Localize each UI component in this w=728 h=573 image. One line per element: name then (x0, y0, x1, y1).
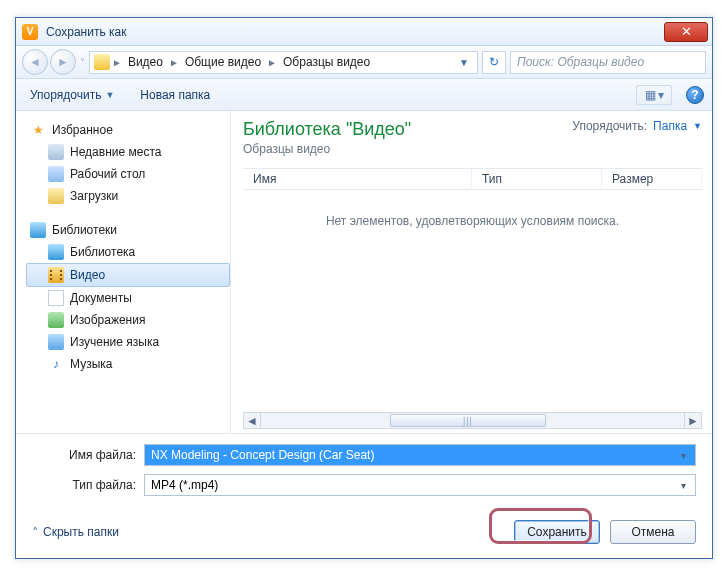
svg-rect-2 (50, 274, 52, 276)
svg-rect-4 (60, 270, 62, 272)
hide-folders-label: Скрыть папки (43, 525, 119, 539)
tree-item-documents[interactable]: Документы (26, 287, 230, 309)
chevron-down-icon: ▾ (658, 88, 664, 102)
help-icon: ? (691, 88, 698, 102)
back-button[interactable]: ◄ (22, 49, 48, 75)
column-header-type[interactable]: Тип (472, 169, 602, 189)
close-icon: ✕ (681, 25, 692, 38)
scrollbar-thumb[interactable]: ||| (390, 414, 545, 427)
help-button[interactable]: ? (686, 86, 704, 104)
horizontal-scrollbar[interactable]: ◄ ||| ► (243, 412, 702, 429)
chevron-right-icon: ► (112, 57, 122, 68)
file-form: Имя файла: NX Modeling - Concept Design … (16, 433, 712, 510)
chevron-up-icon: ˄ (32, 525, 39, 540)
filetype-value: MP4 (*.mp4) (149, 478, 675, 492)
window-title: Сохранить как (46, 25, 126, 39)
forward-button[interactable]: ► (50, 49, 76, 75)
downloads-icon (48, 188, 64, 204)
libraries-label: Библиотеки (52, 223, 117, 237)
favorites-label: Избранное (52, 123, 113, 137)
breadcrumb-segment-public-videos[interactable]: Общие видео (181, 55, 265, 69)
recent-places-icon (48, 144, 64, 160)
tree-item-library[interactable]: Библиотека (26, 241, 230, 263)
cancel-button[interactable]: Отмена (610, 520, 696, 544)
navigation-bar: ◄ ► ˅ ► Видео ► Общие видео ► Образцы ви… (16, 46, 712, 79)
tree-item-desktop[interactable]: Рабочий стол (26, 163, 230, 185)
hide-folders-toggle[interactable]: ˄ Скрыть папки (32, 525, 119, 540)
refresh-button[interactable]: ↻ (482, 51, 506, 74)
views-icon: ▦ (645, 88, 656, 102)
column-header-size[interactable]: Размер (602, 169, 702, 189)
svg-rect-1 (50, 270, 52, 272)
new-folder-button[interactable]: Новая папка (134, 84, 216, 106)
star-icon: ★ (30, 122, 46, 138)
breadcrumb-segment-sample-videos[interactable]: Образцы видео (279, 55, 374, 69)
folder-icon (48, 334, 64, 350)
svg-rect-5 (60, 274, 62, 276)
organize-label: Упорядочить (30, 88, 101, 102)
view-options-button[interactable]: ▦ ▾ (636, 85, 672, 105)
back-arrow-icon: ◄ (29, 55, 41, 69)
new-folder-label: Новая папка (140, 88, 210, 102)
breadcrumb-segment-videos[interactable]: Видео (124, 55, 167, 69)
chevron-right-icon: ► (169, 57, 179, 68)
filename-input[interactable]: NX Modeling - Concept Design (Car Seat) … (144, 444, 696, 466)
chevron-down-icon: ▼ (693, 121, 702, 131)
empty-list-message: Нет элементов, удовлетворяющих условиям … (243, 190, 702, 252)
history-dropdown[interactable]: ˅ (80, 57, 85, 68)
titlebar: V Сохранить как ✕ (16, 18, 712, 46)
app-icon: V (22, 24, 38, 40)
tree-item-pictures[interactable]: Изображения (26, 309, 230, 331)
tree-group-favorites[interactable]: ★ Избранное (26, 119, 230, 141)
chevron-down-icon[interactable]: ▾ (675, 480, 691, 491)
save-as-dialog: V Сохранить как ✕ ◄ ► ˅ ► Видео ► Общие … (15, 17, 713, 559)
search-input[interactable]: Поиск: Образцы видео (510, 51, 706, 74)
library-title: Библиотека "Видео" (243, 119, 411, 140)
tree-group-libraries[interactable]: Библиотеки (26, 219, 230, 241)
filename-value: NX Modeling - Concept Design (Car Seat) (149, 448, 675, 462)
sort-value: Папка (653, 119, 687, 133)
arrange-by-control[interactable]: Упорядочить: Папка ▼ (572, 119, 702, 133)
chevron-right-icon: ► (267, 57, 277, 68)
file-list-pane: Библиотека "Видео" Образцы видео Упорядо… (231, 111, 712, 433)
svg-rect-6 (60, 278, 62, 280)
toolbar: Упорядочить ▼ Новая папка ▦ ▾ ? (16, 79, 712, 111)
scroll-right-button[interactable]: ► (684, 413, 701, 428)
svg-rect-3 (50, 278, 52, 280)
breadcrumb-dropdown-icon[interactable]: ▼ (455, 57, 473, 68)
column-header-name[interactable]: Имя (243, 169, 472, 189)
tree-item-recent-places[interactable]: Недавние места (26, 141, 230, 163)
folder-icon (94, 54, 110, 70)
save-button[interactable]: Сохранить (514, 520, 600, 544)
tree-item-downloads[interactable]: Загрузки (26, 185, 230, 207)
dialog-buttons: ˄ Скрыть папки Сохранить Отмена (16, 510, 712, 558)
music-icon: ♪ (48, 356, 64, 372)
breadcrumb-bar[interactable]: ► Видео ► Общие видео ► Образцы видео ▼ (89, 51, 478, 74)
desktop-icon (48, 166, 64, 182)
pictures-icon (48, 312, 64, 328)
chevron-down-icon[interactable]: ▾ (675, 450, 691, 461)
library-subtitle: Образцы видео (243, 142, 411, 156)
filetype-label: Тип файла: (32, 478, 144, 492)
filetype-select[interactable]: MP4 (*.mp4) ▾ (144, 474, 696, 496)
tree-item-music[interactable]: ♪ Музыка (26, 353, 230, 375)
close-button[interactable]: ✕ (664, 22, 708, 42)
tree-item-language-study[interactable]: Изучение языка (26, 331, 230, 353)
video-icon (48, 267, 64, 283)
search-placeholder: Поиск: Образцы видео (517, 55, 644, 69)
libraries-icon (30, 222, 46, 238)
filename-label: Имя файла: (32, 448, 144, 462)
scroll-left-button[interactable]: ◄ (244, 413, 261, 428)
chevron-down-icon: ▼ (105, 90, 114, 100)
tree-item-videos[interactable]: Видео (26, 263, 230, 287)
refresh-icon: ↻ (489, 55, 499, 69)
library-icon (48, 244, 64, 260)
navigation-tree: ★ Избранное Недавние места Рабочий стол … (16, 111, 231, 433)
sort-label: Упорядочить: (572, 119, 647, 133)
organize-menu[interactable]: Упорядочить ▼ (24, 84, 120, 106)
documents-icon (48, 290, 64, 306)
forward-arrow-icon: ► (57, 55, 69, 69)
column-headers: Имя Тип Размер (243, 168, 702, 190)
